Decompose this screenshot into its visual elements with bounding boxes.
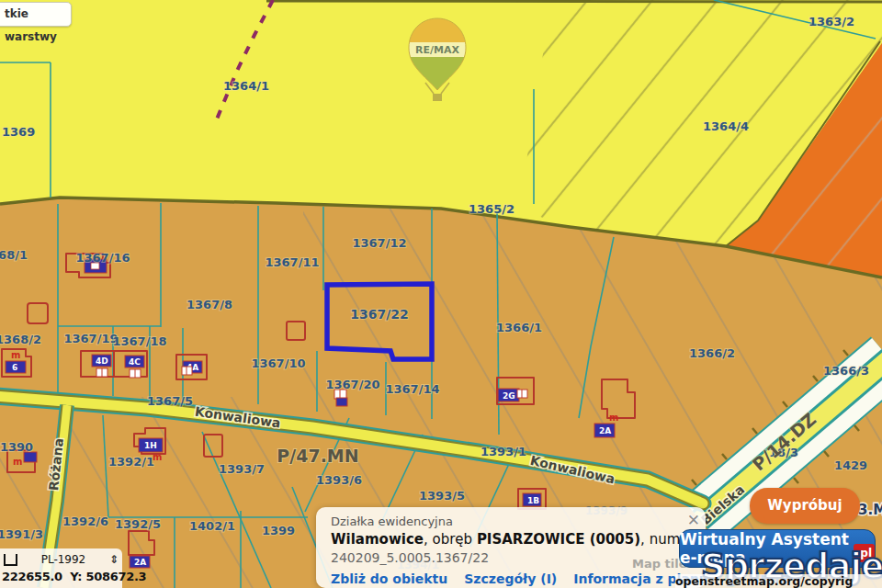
parcel-label: 1390 — [0, 440, 33, 454]
zone-label: 3.M — [858, 502, 882, 518]
parcel-label: 1393/5 — [419, 489, 465, 503]
parcel-label: 1369 — [2, 125, 35, 139]
parcel-label: 1364/4 — [703, 119, 749, 133]
assistant-label: Wirtualny Asystent e-mapa — [680, 530, 851, 567]
parcel-label: 1393/6 — [316, 473, 362, 487]
pl-badge: .pl — [854, 544, 875, 562]
crs-selector[interactable]: PL-1992 — [23, 553, 104, 566]
house-mark: m — [609, 413, 618, 423]
parcel-label: 1368/1 — [0, 248, 28, 262]
parcel-label: 1367/10 — [251, 356, 305, 370]
address-plate: 4D — [96, 356, 108, 366]
parcel-label: 1366/2 — [689, 346, 735, 360]
address-plate: 6 — [12, 363, 17, 372]
parcel-label: 1393/1 — [481, 445, 526, 458]
parcel-label: 1365/2 — [469, 202, 514, 216]
zone-label: P/47.MN — [277, 446, 358, 466]
parcel-label: 1363/2 — [808, 15, 854, 28]
zoom-to-object-link[interactable]: Zbliż do obiektu — [331, 571, 447, 586]
parcel-label: 1367/8 — [187, 298, 232, 311]
address-plate: 2A — [599, 426, 611, 435]
parcel-label: 1393/7 — [219, 462, 265, 476]
parcel-info-panel: ✕ Działka ewidencyjna Wilamowice, obręb … — [316, 507, 706, 588]
parcel-label: 1367/5 — [147, 394, 193, 408]
parcel-label: 1392/1 — [108, 455, 154, 469]
parcel-label: 1367/20 — [325, 378, 379, 391]
parcel-label: 1366/1 — [496, 321, 542, 334]
crs-updown-icon[interactable]: ⇕ — [109, 553, 119, 566]
try-me-bubble[interactable]: Wypróbuj mnie — [750, 488, 860, 524]
parcel-label: 1367/12 — [352, 236, 406, 250]
house-mark: m — [11, 350, 20, 360]
map-application: m 6 4D 4C 4A m 1H m 2A 2G m 2A — [0, 0, 882, 588]
parcel-label: 1367/19 — [63, 332, 118, 345]
parcel-label: 1367/16 — [75, 251, 130, 265]
address-plate: 1B — [527, 496, 539, 505]
parcel-label: 1402/1 — [189, 519, 235, 533]
layers-toggle-button[interactable]: tkie warstwy — [0, 2, 72, 27]
parcel-label: 1368/2 — [0, 333, 41, 346]
parcel-label: 1364/1 — [223, 79, 269, 93]
mouse-coordinates: 222655.0 Y: 508672.3 — [0, 569, 122, 584]
osm-attribution[interactable]: openstreetmap.org/copyrig — [675, 574, 882, 588]
parcel-label: 1367/11 — [265, 255, 319, 269]
virtual-assistant-button[interactable]: Wirtualny Asystent e-mapa .pl — [679, 529, 876, 568]
address-plate: 2A — [134, 558, 146, 567]
parcel-label: 1366/3 — [823, 364, 869, 378]
address-plate: 1H — [144, 441, 157, 450]
parcel-label: 1367/14 — [385, 382, 439, 396]
address-plate: 2G — [503, 391, 515, 401]
address-plate: 4C — [129, 357, 141, 367]
details-link[interactable]: Szczegóły (I) — [464, 571, 557, 586]
parcel-label: 1392/5 — [115, 517, 161, 531]
parcel-description: Wilamowice, obręb PISARZOWICE (0005), nu… — [331, 531, 693, 548]
parcel-label: 1391/3 — [0, 527, 43, 541]
parcel-label: 1429 — [834, 458, 867, 472]
parcel-label: 1367/18 — [112, 334, 166, 348]
coordinates-panel: PL-1992 ⇕ 222655.0 Y: 508672.3 — [0, 548, 122, 588]
close-icon[interactable]: ✕ — [687, 511, 700, 529]
parcel-label: 1399 — [262, 524, 295, 537]
remax-text: RE/MAX — [415, 44, 459, 56]
house-mark: m — [13, 457, 22, 467]
scale-bracket-icon — [4, 554, 17, 566]
panel-title: Działka ewidencyjna — [331, 514, 693, 528]
selected-parcel-label: 1367/22 — [350, 307, 409, 322]
parcel-label: 1392/6 — [62, 514, 108, 528]
